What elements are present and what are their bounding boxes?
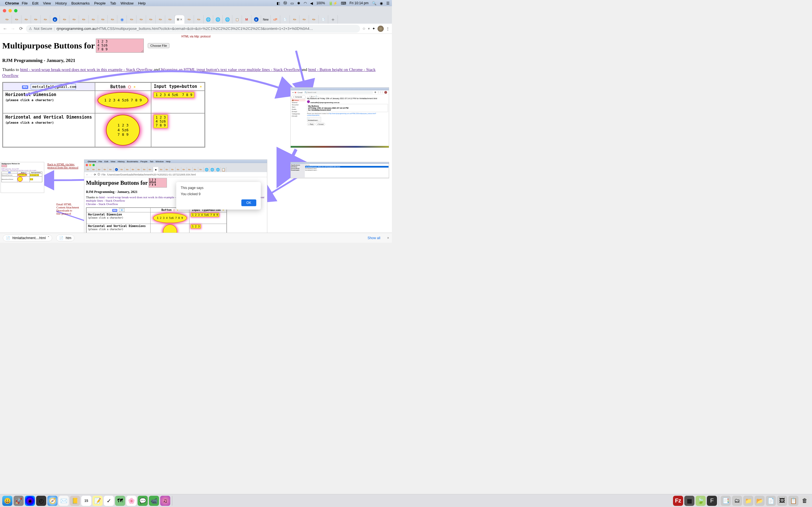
alert-ok-button[interactable]: OK bbox=[241, 200, 256, 206]
forward-button[interactable]: → bbox=[10, 26, 16, 31]
window-controls bbox=[0, 6, 392, 14]
browser-tab[interactable]: ✎ bbox=[60, 15, 69, 24]
favicon-pencil-icon: ✎ bbox=[62, 17, 67, 22]
browser-tab[interactable]: ✎ bbox=[127, 15, 137, 24]
link-so-wordwrap[interactable]: html - word-wrap break-word does not wor… bbox=[20, 67, 153, 72]
browser-tab-active[interactable]: M× bbox=[175, 15, 185, 24]
browser-tab[interactable]: ✎ bbox=[69, 15, 79, 24]
keyboard-icon[interactable]: ⌨ bbox=[341, 1, 346, 5]
menu-history[interactable]: History bbox=[55, 1, 66, 5]
maximize-window-icon[interactable] bbox=[14, 9, 17, 12]
bluetooth-icon[interactable]: ✱ bbox=[297, 1, 300, 5]
wifi-icon[interactable]: ◠ bbox=[304, 1, 307, 5]
record-icon[interactable]: ◯ bbox=[128, 84, 131, 89]
browser-tab[interactable]: ✎ bbox=[290, 15, 299, 24]
menu-icon[interactable]: ☰ bbox=[386, 1, 390, 5]
browser-tab[interactable]: ✎ bbox=[2, 15, 12, 24]
menu-tab[interactable]: Tab bbox=[110, 1, 116, 5]
browser-tab[interactable]: New bbox=[261, 15, 271, 24]
bookmark-star-icon[interactable]: ☆ bbox=[362, 26, 366, 31]
file-icon: 📄 bbox=[59, 236, 63, 240]
airplay-icon[interactable]: ▭ bbox=[290, 1, 294, 5]
email-input[interactable]: metcalfe15@gmail.com bbox=[31, 84, 76, 89]
siri-icon[interactable]: ◉ bbox=[380, 1, 383, 5]
browser-tab[interactable]: a bbox=[252, 15, 261, 24]
chevron-up-icon[interactable]: ˆ bbox=[48, 236, 49, 240]
browser-tab[interactable]: ✎ bbox=[299, 15, 309, 24]
browser-tab[interactable]: ✎ bbox=[165, 15, 175, 24]
browser-tab[interactable]: 📄 bbox=[319, 15, 328, 24]
app-name[interactable]: Chrome bbox=[5, 1, 19, 5]
close-tab-icon[interactable]: × bbox=[180, 17, 183, 22]
email-body-line: My Buttons bbox=[308, 105, 387, 107]
back-link[interactable]: Back to HTML via http: protocol from fil… bbox=[47, 163, 79, 169]
browser-tab[interactable]: 📋 bbox=[232, 15, 242, 24]
browser-tab[interactable]: ✎ bbox=[137, 15, 146, 24]
menu-icon[interactable]: ⋮ bbox=[386, 26, 390, 31]
browser-tab[interactable]: a bbox=[50, 15, 60, 24]
choose-file-button[interactable]: Choose File bbox=[148, 43, 169, 48]
menu-edit[interactable]: Edit bbox=[32, 1, 38, 5]
browser-tab[interactable]: 🌐 bbox=[204, 15, 213, 24]
minimize-window-icon[interactable] bbox=[8, 9, 12, 12]
close-window-icon[interactable] bbox=[3, 9, 6, 12]
menu-people[interactable]: People bbox=[94, 1, 105, 5]
oval-button-horizontal[interactable]: 1 2 3 4 5z6 7 8 9 bbox=[98, 92, 148, 108]
browser-tab[interactable]: 🌐 bbox=[223, 15, 232, 24]
profile-avatar-icon[interactable] bbox=[377, 25, 384, 32]
browser-tab[interactable]: 🌐 bbox=[213, 15, 223, 24]
address-bar: ← → ⟳ ⚠ Not Secure | rjmprogramming.com.… bbox=[0, 24, 392, 34]
browser-tab[interactable]: ✎ bbox=[41, 15, 50, 24]
browser-tab[interactable]: ✎ bbox=[31, 15, 41, 24]
extensions-icon[interactable]: ✦ bbox=[372, 26, 375, 31]
extension-icon[interactable]: ▾ bbox=[368, 26, 370, 31]
sidebar-item: Starred bbox=[291, 101, 306, 104]
browser-tab[interactable]: 📄 bbox=[280, 15, 290, 24]
browser-tab[interactable]: ✎ bbox=[89, 15, 98, 24]
browser-tab[interactable]: ◉ bbox=[117, 15, 127, 24]
browser-tab[interactable]: ✎ bbox=[194, 15, 204, 24]
volume-icon[interactable]: ◀ bbox=[310, 1, 313, 5]
menu-window[interactable]: Window bbox=[120, 1, 133, 5]
square-input-horizontal[interactable]: 1 2 3 4 5z6 7 8 9 bbox=[154, 92, 194, 98]
http-note: HTML via http: protocol bbox=[2, 35, 390, 38]
sidebar-item: Drafts bbox=[291, 108, 306, 110]
browser-tab[interactable]: ✎ bbox=[108, 15, 117, 24]
favicon-pencil-icon: ✎ bbox=[33, 17, 38, 22]
settings-icon: ⚙ bbox=[374, 91, 376, 94]
square-input-hv[interactable]: 1 2 3 4 5z6 7 8 9 bbox=[154, 115, 168, 128]
spotlight-icon[interactable]: 🔍 bbox=[372, 1, 376, 5]
browser-tab[interactable]: ✎ bbox=[146, 15, 156, 24]
menu-help[interactable]: Help bbox=[138, 1, 146, 5]
browser-tab[interactable]: ✎ bbox=[309, 15, 319, 24]
menu-view[interactable]: View bbox=[43, 1, 51, 5]
browser-tab[interactable]: ✎ bbox=[12, 15, 21, 24]
url-field[interactable]: ⚠ Not Secure | rjmprogramming.com.au/HTM… bbox=[26, 25, 360, 33]
browser-tab[interactable]: ✎ bbox=[79, 15, 89, 24]
download-item[interactable]: 📄 htm bbox=[56, 235, 74, 241]
browser-tab[interactable]: ✎ bbox=[21, 15, 31, 24]
browser-tab[interactable]: cP bbox=[271, 15, 280, 24]
close-shelf-icon[interactable]: × bbox=[387, 236, 389, 240]
favicon-pencil-icon: ✎ bbox=[186, 17, 192, 22]
menu-bookmarks[interactable]: Bookmarks bbox=[71, 1, 90, 5]
show-all-downloads[interactable]: Show all bbox=[368, 236, 380, 240]
back-button[interactable]: ← bbox=[2, 26, 8, 31]
oval-button-hv[interactable]: 1 2 3 4 5z6 7 8 9 bbox=[106, 115, 140, 146]
lower-oval: 1 2 3 4 5z6 7 8 9 bbox=[153, 213, 187, 223]
email-subject: My Buttons at Friday 15th of January 202… bbox=[307, 98, 388, 100]
browser-tab[interactable]: M bbox=[242, 15, 252, 24]
download-item[interactable]: 📄 htmlattachment....html ˆ bbox=[3, 235, 52, 241]
new-tab-button[interactable]: ＋ bbox=[328, 15, 338, 24]
browser-tab[interactable]: ✎ bbox=[156, 15, 165, 24]
link-so-inputwrap[interactable]: Wrapping an HTML input button's text val… bbox=[161, 67, 300, 72]
browser-tab[interactable]: ✎ bbox=[98, 15, 108, 24]
page-content: HTML via http: protocol Multipurpose But… bbox=[0, 34, 392, 243]
reload-button[interactable]: ⟳ bbox=[18, 26, 24, 31]
menu-file[interactable]: File bbox=[22, 1, 28, 5]
gmail-logo-icon: M bbox=[295, 92, 296, 94]
clock: Fri 10:14 pm bbox=[350, 1, 368, 5]
favicon-pencil-icon: ✎ bbox=[100, 17, 105, 22]
browser-tab[interactable]: ✎ bbox=[185, 15, 194, 24]
content-textarea[interactable]: 1 2 3 4 5z6 7 8 9 bbox=[96, 39, 144, 53]
